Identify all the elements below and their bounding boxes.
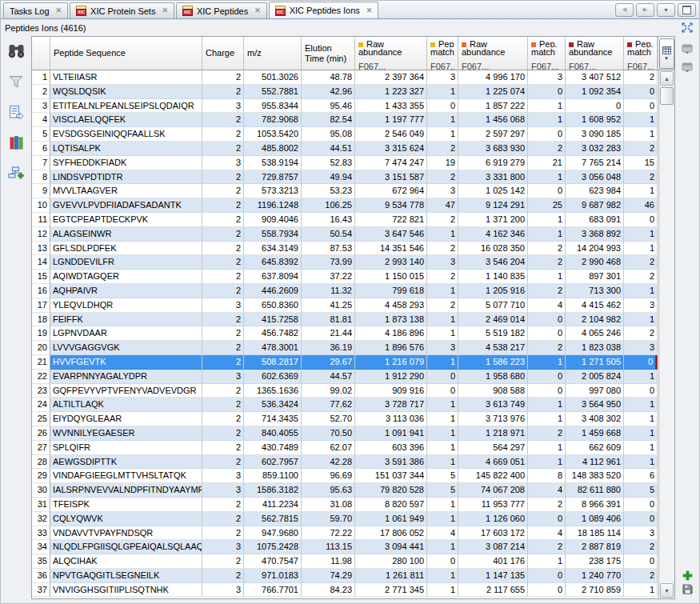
pep-match-3-cell[interactable]: 0 [624, 99, 658, 114]
raw-abundance-2-cell[interactable]: 2 469 014 [458, 313, 528, 327]
pep-match-1-cell[interactable]: 1 [427, 512, 458, 526]
pep-match-1-cell[interactable]: 19 [427, 156, 458, 170]
table-row[interactable]: 6LQTISALPK2485.800244.513 315 62423 683 … [32, 142, 658, 156]
pep-match-1-cell[interactable]: 5 [427, 483, 458, 498]
pep-match-3-cell[interactable]: 1 [624, 455, 658, 470]
elution-time-cell[interactable]: 73.99 [302, 255, 355, 270]
elution-time-cell[interactable]: 49.94 [302, 170, 355, 185]
column-header-raw-abundance-2[interactable]: Raw abundance F067... [458, 37, 528, 70]
pep-match-1-cell[interactable]: 1 [427, 113, 458, 127]
elution-time-cell[interactable]: 21.44 [302, 326, 355, 341]
raw-abundance-3-cell[interactable]: 2 104 982 [566, 313, 624, 327]
pep-match-2-cell[interactable]: 0 [528, 569, 566, 583]
raw-abundance-1-cell[interactable]: 2 771 345 [355, 583, 427, 598]
pep-match-3-cell[interactable]: 1 [624, 441, 658, 455]
raw-abundance-1-cell[interactable]: 7 474 247 [355, 156, 427, 170]
elution-time-cell[interactable]: 41.25 [302, 298, 355, 313]
pep-match-3-cell[interactable]: 2 [624, 270, 658, 284]
pep-match-1-cell[interactable]: 1 [427, 355, 458, 370]
charge-cell[interactable]: 2 [202, 170, 244, 185]
table-row[interactable]: 36NPVTGAQGITLSEGNEILK2971.018374.291 261… [32, 569, 658, 583]
row-number-cell[interactable]: 7 [32, 156, 50, 170]
raw-abundance-3-cell[interactable]: 238 175 [566, 554, 624, 569]
pep-match-1-cell[interactable]: 1 [427, 284, 458, 298]
raw-abundance-1-cell[interactable]: 1 216 079 [355, 355, 427, 370]
peptide-sequence-cell[interactable]: TFEISPK [50, 498, 202, 512]
export-button[interactable] [6, 103, 26, 121]
pep-match-2-cell[interactable]: 0 [528, 583, 566, 598]
raw-abundance-2-cell[interactable]: 3 087 214 [458, 540, 528, 554]
charge-cell[interactable]: 2 [202, 384, 244, 398]
pep-match-1-cell[interactable]: 1 [427, 569, 458, 583]
pep-match-2-cell[interactable]: 1 [528, 398, 566, 412]
row-number-cell[interactable]: 11 [32, 213, 50, 227]
peptide-sequence-cell[interactable]: WVNNILYEGAESER [50, 426, 202, 441]
mz-cell[interactable]: 478.3001 [244, 341, 302, 355]
pep-match-2-cell[interactable]: 1 [528, 412, 566, 426]
pep-match-3-cell[interactable]: 2 [624, 569, 658, 583]
elution-time-cell[interactable]: 44.57 [302, 370, 355, 384]
row-number-cell[interactable]: 35 [32, 554, 50, 569]
pep-match-2-cell[interactable]: 0 [528, 184, 566, 198]
dock-button-1[interactable] [682, 44, 693, 54]
pep-match-1-cell[interactable]: 1 [427, 398, 458, 412]
raw-abundance-2-cell[interactable]: 16 028 350 [458, 242, 528, 256]
pep-match-2-cell[interactable]: 2 [528, 142, 566, 156]
pep-match-3-cell[interactable]: 2 [624, 170, 658, 185]
mz-cell[interactable]: 714.3435 [244, 412, 302, 426]
pep-match-3-cell[interactable]: 2 [624, 326, 658, 341]
peptide-sequence-cell[interactable]: ALTILTLAQK [50, 398, 202, 412]
table-row[interactable]: 25EIYDQYGLEAAR2714.343552.703 113 03613 … [32, 412, 658, 426]
raw-abundance-3-cell[interactable]: 1 271 505 [566, 355, 624, 370]
peptide-sequence-cell[interactable]: AEWGSDIPTTK [50, 455, 202, 470]
pep-match-1-cell[interactable]: 1 [427, 85, 458, 99]
raw-abundance-3-cell[interactable]: 1 459 668 [566, 426, 624, 441]
charge-cell[interactable]: 2 [202, 227, 244, 242]
pep-match-2-cell[interactable]: 1 [528, 554, 566, 569]
raw-abundance-2-cell[interactable]: 9 124 291 [458, 198, 528, 213]
row-number-cell[interactable]: 22 [32, 370, 50, 384]
pep-match-1-cell[interactable]: 3 [427, 255, 458, 270]
elution-time-cell[interactable]: 53.23 [302, 184, 355, 198]
pep-match-3-cell[interactable]: 0 [624, 213, 658, 227]
raw-abundance-1-cell[interactable]: 280 100 [355, 554, 427, 569]
column-header-pep-match-2[interactable]: Pep. match F067... [528, 37, 566, 70]
dock-button-2[interactable] [682, 62, 693, 73]
elution-time-cell[interactable]: 29.67 [302, 355, 355, 370]
table-row[interactable]: 29VINDAFGIEEGLMTTVHSLTATQK3859.110096.69… [32, 469, 658, 483]
pep-match-2-cell[interactable]: 2 [528, 255, 566, 270]
pep-match-2-cell[interactable]: 2 [528, 242, 566, 256]
raw-abundance-1-cell[interactable]: 4 458 293 [355, 298, 427, 313]
peptide-sequence-cell[interactable]: FEIFFK [50, 313, 202, 327]
mz-cell[interactable]: 508.2817 [244, 355, 302, 370]
mz-cell[interactable]: 1196.1248 [244, 198, 302, 213]
pep-match-2-cell[interactable]: 2 [528, 498, 566, 512]
pep-match-3-cell[interactable]: 3 [624, 341, 658, 355]
mz-cell[interactable]: 602.7957 [244, 455, 302, 470]
pep-match-2-cell[interactable]: 2 [528, 426, 566, 441]
pep-match-3-cell[interactable]: 1 [624, 370, 658, 384]
raw-abundance-2-cell[interactable]: 401 176 [458, 554, 528, 569]
peptide-sequence-cell[interactable]: CQLYQWVK [50, 512, 202, 526]
pep-match-3-cell[interactable]: 1 [624, 113, 658, 127]
scroll-tabs-right-button[interactable]: ▶ [636, 3, 654, 17]
raw-abundance-3-cell[interactable]: 3 564 950 [566, 398, 624, 412]
row-number-cell[interactable]: 17 [32, 298, 50, 313]
elution-time-cell[interactable]: 42.28 [302, 455, 355, 470]
raw-abundance-3-cell[interactable]: 82 611 880 [566, 483, 624, 498]
charge-cell[interactable]: 2 [202, 242, 244, 256]
elution-time-cell[interactable]: 52.70 [302, 412, 355, 426]
pep-match-1-cell[interactable]: 3 [427, 70, 458, 85]
row-number-cell[interactable]: 31 [32, 498, 50, 512]
raw-abundance-1-cell[interactable]: 1 433 355 [355, 99, 427, 114]
raw-abundance-3-cell[interactable]: 3 090 185 [566, 127, 624, 142]
raw-abundance-2-cell[interactable]: 1 371 200 [458, 213, 528, 227]
charge-cell[interactable]: 2 [202, 70, 244, 85]
raw-abundance-2-cell[interactable]: 3 713 976 [458, 412, 528, 426]
mz-cell[interactable]: 430.7489 [244, 441, 302, 455]
raw-abundance-3-cell[interactable]: 2 990 468 [566, 255, 624, 270]
mz-cell[interactable]: 411.2234 [244, 498, 302, 512]
scrollbar-thumb[interactable] [660, 87, 674, 105]
mz-cell[interactable]: 634.3149 [244, 242, 302, 256]
table-row[interactable]: 2WQSLDQSIK2552.788142.961 223 32711 225 … [32, 85, 658, 99]
